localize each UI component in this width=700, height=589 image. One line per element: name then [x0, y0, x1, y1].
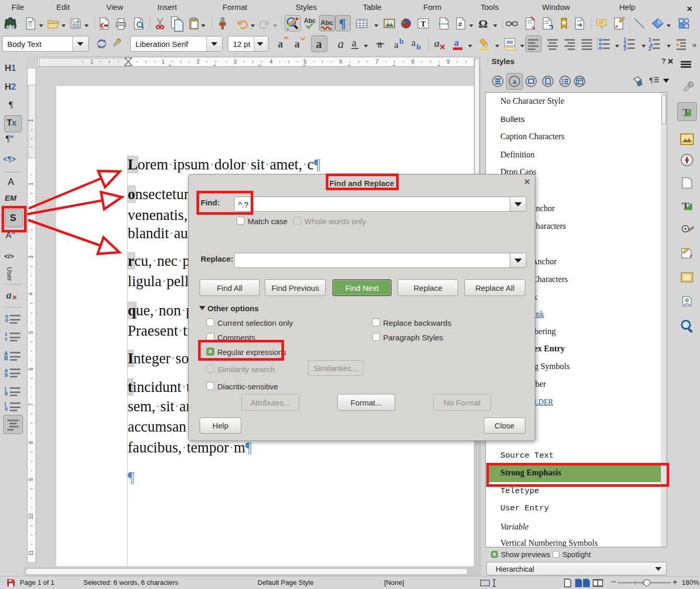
- svg-text:a: a: [512, 78, 517, 85]
- svg-text:II: II: [5, 391, 8, 397]
- svg-text:Abc: Abc: [304, 17, 316, 24]
- svg-text:9: 9: [447, 59, 450, 65]
- svg-text:B: B: [4, 355, 8, 361]
- svg-text:a: a: [434, 37, 440, 50]
- svg-text:4: 4: [28, 292, 34, 296]
- svg-text:a: a: [278, 38, 283, 50]
- svg-text:2: 2: [648, 46, 652, 52]
- svg-text:a: a: [454, 37, 459, 48]
- svg-text:7: 7: [375, 59, 378, 65]
- svg-text:7: 7: [28, 403, 34, 406]
- svg-text:11: 11: [28, 550, 34, 556]
- svg-text:6: 6: [339, 59, 342, 65]
- svg-text:9: 9: [28, 478, 34, 481]
- svg-text:1: 1: [90, 59, 93, 65]
- svg-text:1: 1: [162, 59, 165, 65]
- svg-text:5: 5: [303, 59, 306, 65]
- svg-text:3: 3: [28, 255, 34, 259]
- svg-text:¶: ¶: [649, 77, 653, 84]
- svg-text:b: b: [416, 43, 421, 51]
- svg-text:ii: ii: [5, 406, 8, 412]
- svg-text:8: 8: [28, 441, 34, 444]
- svg-text:T: T: [421, 20, 426, 28]
- svg-text:a: a: [294, 38, 300, 50]
- svg-text:a: a: [316, 38, 322, 51]
- svg-text:1: 1: [28, 119, 34, 122]
- svg-text:a: a: [394, 39, 399, 50]
- svg-text:8: 8: [411, 59, 414, 65]
- svg-text:6: 6: [28, 367, 34, 371]
- svg-text:a: a: [411, 37, 416, 48]
- svg-text:3: 3: [234, 59, 237, 65]
- svg-text:10: 10: [28, 513, 34, 520]
- svg-text:»: »: [692, 40, 696, 49]
- svg-text:b: b: [5, 372, 8, 378]
- svg-text:b: b: [399, 37, 403, 45]
- svg-text:a: a: [338, 38, 344, 51]
- svg-text:5: 5: [28, 331, 34, 334]
- svg-text:2: 2: [197, 59, 200, 65]
- svg-text:#: #: [458, 20, 462, 28]
- svg-text:Abc: Abc: [321, 19, 334, 27]
- svg-text:2: 2: [5, 336, 7, 341]
- svg-text:2: 2: [28, 219, 34, 222]
- svg-text:4: 4: [269, 59, 273, 65]
- svg-text:3: 3: [623, 46, 627, 52]
- svg-text:¶: ¶: [339, 17, 346, 31]
- svg-text:Ω: Ω: [478, 17, 488, 30]
- svg-text:a: a: [352, 37, 357, 48]
- svg-text:1: 1: [28, 182, 34, 186]
